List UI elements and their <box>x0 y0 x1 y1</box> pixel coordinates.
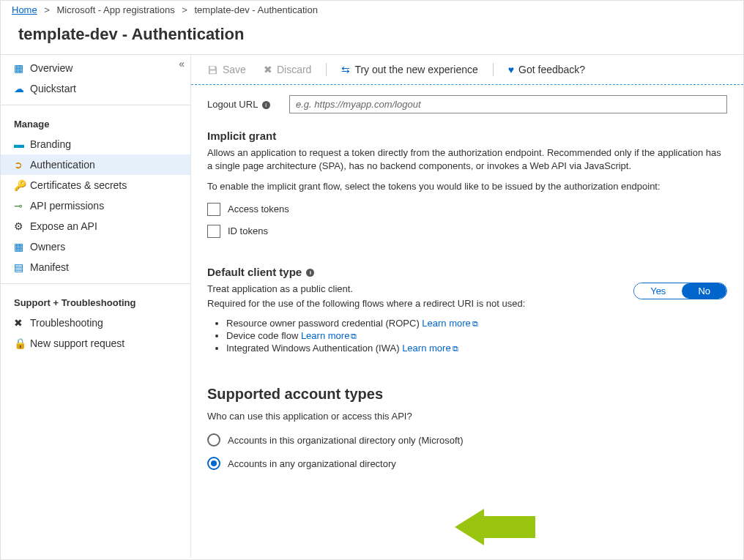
main-content: Save ✖ Discard ⇆ Try out the new experie… <box>191 55 743 558</box>
sidebar-item-troubleshooting[interactable]: ✖ Troubleshooting <box>1 313 190 333</box>
public-client-toggle[interactable]: Yes No <box>633 283 727 299</box>
supported-accounts-desc: Who can use this application or access t… <box>207 410 727 423</box>
save-icon <box>207 64 218 75</box>
toggle-yes[interactable]: Yes <box>634 283 682 299</box>
switch-icon: ⇆ <box>341 64 350 75</box>
list-item: Device code flow Learn more⧉ <box>226 330 619 341</box>
sidebar-item-label: API permissions <box>30 200 104 212</box>
info-icon[interactable]: i <box>262 101 270 109</box>
expose-icon: ⚙ <box>14 220 30 232</box>
sidebar: « ▦ Overview ☁ Quickstart Manage ▬ Brand… <box>1 55 191 558</box>
info-icon[interactable]: i <box>306 269 314 277</box>
checkbox-icon <box>207 203 220 216</box>
auth-icon: ➲ <box>14 159 30 171</box>
radio-any-directory[interactable]: Accounts in any organizational directory <box>207 457 727 470</box>
save-button: Save <box>200 61 253 78</box>
breadcrumb: Home > Microsoft - App registrations > t… <box>1 1 743 19</box>
page-title: template-dev - Authentication <box>1 19 743 54</box>
flows-list: Resource owner password credential (ROPC… <box>226 318 619 354</box>
sidebar-item-owners[interactable]: ▦ Owners <box>1 236 190 257</box>
logout-url-input[interactable] <box>289 95 727 113</box>
sidebar-item-certificates[interactable]: 🔑 Certificates & secrets <box>1 175 190 195</box>
permissions-icon: ⊸ <box>14 200 30 212</box>
sidebar-item-label: Troubleshooting <box>30 317 103 329</box>
manifest-icon: ▤ <box>14 261 30 273</box>
learn-more-link[interactable]: Learn more⧉ <box>301 330 357 341</box>
sidebar-item-label: Overview <box>30 62 72 74</box>
sidebar-item-label: Branding <box>30 138 71 150</box>
list-item: Integrated Windows Authentication (IWA) … <box>226 343 619 354</box>
radio-icon <box>207 457 220 470</box>
public-client-line1: Treat application as a public client. <box>207 283 619 296</box>
sidebar-item-branding[interactable]: ▬ Branding <box>1 134 190 154</box>
breadcrumb-level2: template-dev - Authentication <box>195 4 318 15</box>
heart-icon: ♥ <box>508 64 514 75</box>
sidebar-item-quickstart[interactable]: ☁ Quickstart <box>1 78 190 99</box>
external-link-icon: ⧉ <box>351 332 357 340</box>
external-link-icon: ⧉ <box>453 344 458 353</box>
wrench-icon: ✖ <box>14 317 30 329</box>
sidebar-item-label: Manifest <box>30 261 69 273</box>
sidebar-item-label: New support request <box>30 337 124 349</box>
learn-more-link[interactable]: Learn more⧉ <box>402 343 458 354</box>
sidebar-item-label: Owners <box>30 241 65 253</box>
annotation-arrow-icon <box>455 509 535 545</box>
collapse-icon[interactable]: « <box>179 58 185 70</box>
sidebar-item-manifest[interactable]: ▤ Manifest <box>1 257 190 277</box>
sidebar-item-new-support[interactable]: 🔒 New support request <box>1 333 190 354</box>
sidebar-item-label: Certificates & secrets <box>30 179 127 191</box>
access-tokens-checkbox[interactable]: Access tokens <box>207 203 727 216</box>
support-icon: 🔒 <box>14 337 30 349</box>
public-client-line2: Required for the use of the following fl… <box>207 297 619 310</box>
checkbox-icon <box>207 225 220 238</box>
learn-more-link[interactable]: Learn more⧉ <box>422 318 477 329</box>
radio-this-directory[interactable]: Accounts in this organizational director… <box>207 433 727 447</box>
implicit-grant-heading: Implicit grant <box>207 130 727 142</box>
logout-url-row: Logout URL i <box>207 95 727 113</box>
external-link-icon: ⧉ <box>472 319 478 328</box>
discard-button: ✖ Discard <box>256 61 319 78</box>
supported-accounts-heading: Supported account types <box>207 386 727 403</box>
radio-icon <box>207 433 220 447</box>
sidebar-item-overview[interactable]: ▦ Overview <box>1 58 190 78</box>
sidebar-item-label: Authentication <box>30 159 95 171</box>
discard-icon: ✖ <box>264 64 272 75</box>
list-item: Resource owner password credential (ROPC… <box>226 318 619 329</box>
sidebar-item-label: Quickstart <box>30 83 76 94</box>
breadcrumb-level1[interactable]: Microsoft - App registrations <box>57 4 175 15</box>
implicit-grant-desc: Allows an application to request a token… <box>207 146 727 173</box>
sidebar-group-support: Support + Troubleshooting <box>1 290 190 313</box>
tryout-button[interactable]: ⇆ Try out the new experience <box>334 61 485 78</box>
key-icon: 🔑 <box>14 179 30 191</box>
tag-icon: ▬ <box>14 138 30 150</box>
rocket-icon: ☁ <box>14 83 30 94</box>
implicit-grant-desc2: To enable the implicit grant flow, selec… <box>207 180 727 193</box>
toggle-no[interactable]: No <box>682 283 726 299</box>
breadcrumb-home[interactable]: Home <box>12 4 37 15</box>
sidebar-item-label: Expose an API <box>30 220 97 232</box>
sidebar-item-api-permissions[interactable]: ⊸ API permissions <box>1 195 190 216</box>
default-client-heading: Default client type i <box>207 266 727 278</box>
sidebar-item-authentication[interactable]: ➲ Authentication <box>1 154 190 175</box>
sidebar-item-expose-api[interactable]: ⚙ Expose an API <box>1 216 190 236</box>
owners-icon: ▦ <box>14 241 30 253</box>
feedback-button[interactable]: ♥ Got feedback? <box>501 61 592 78</box>
logout-url-label: Logout URL i <box>207 99 289 110</box>
svg-marker-0 <box>455 509 535 545</box>
toolbar: Save ✖ Discard ⇆ Try out the new experie… <box>191 55 743 85</box>
id-tokens-checkbox[interactable]: ID tokens <box>207 225 727 238</box>
grid-icon: ▦ <box>14 62 30 74</box>
sidebar-group-manage: Manage <box>1 111 190 134</box>
